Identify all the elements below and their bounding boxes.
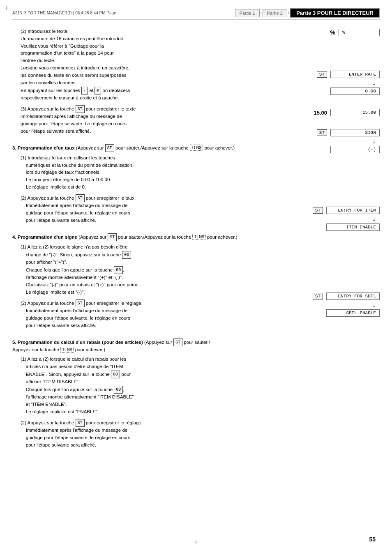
entry-for-sbtl-display: ENTRY FOR SBTL bbox=[326, 292, 380, 300]
tab-partie2[interactable]: Partie 2 bbox=[263, 9, 287, 17]
st-display-key-3: ST bbox=[313, 207, 323, 214]
enter-rate-arrow: ↓ bbox=[285, 79, 380, 87]
tlns-key-s4: TLN$ bbox=[192, 234, 205, 240]
st-key-1: ST bbox=[76, 105, 85, 113]
enter-rate-value: 0.00 bbox=[330, 88, 380, 95]
st-key-s4s2: ST bbox=[76, 299, 85, 308]
00-key-s4: 00 bbox=[122, 251, 131, 259]
section4-step2: (2) Appuyez sur la touche ST pour enregi… bbox=[21, 299, 281, 329]
sign-value: (-) bbox=[330, 146, 380, 153]
tab-arrow-2: › bbox=[288, 11, 289, 15]
st-key-s4: ST bbox=[108, 233, 117, 241]
item-enable-row: ITEM ENABLE bbox=[285, 223, 380, 231]
step-number: (2) Introduisez le texte. bbox=[21, 29, 69, 34]
00-key-s4b: 00 bbox=[114, 266, 123, 274]
enter-rate-row: ST ENTER RATE bbox=[317, 71, 380, 78]
intro-step2: (2) Introduisez le texte. Un maximum de … bbox=[21, 28, 281, 102]
intro-step3: (3) Appuyez sur la touche ST pour enregi… bbox=[21, 105, 281, 135]
st-key-s5s2: ST bbox=[76, 419, 85, 427]
section5-step2: (2) Appuyez sur la touche ST pour enregi… bbox=[21, 419, 281, 449]
enter-rate-value-row: 0.00 bbox=[285, 88, 380, 95]
crosshair-bc: + bbox=[194, 538, 198, 547]
page-number: 55 bbox=[369, 536, 376, 543]
tlns-key-s3: TLN$ bbox=[190, 145, 203, 151]
item-enable-arrow: ↓ bbox=[285, 215, 380, 223]
section3-step2: (2) Appuyez sur la touche ST pour enregi… bbox=[21, 194, 281, 224]
left-column: (2) Introduisez le texte. Un maximum de … bbox=[12, 28, 281, 452]
item-enable-display: ITEM ENABLE bbox=[326, 223, 380, 231]
st-display-key-2: ST bbox=[317, 129, 327, 136]
file-info: A213_3 FOR THE MANAGER(Fr) 06.4.28 8:44 … bbox=[12, 11, 116, 15]
section5-step1: (1) Allez à (2) lorsque le calcul d'un r… bbox=[21, 356, 281, 416]
st-key-s3s2: ST bbox=[76, 194, 85, 203]
crosshair-tl: + bbox=[4, 4, 9, 13]
percent-display-row: % % bbox=[330, 29, 380, 36]
00-key-s5: 00 bbox=[111, 371, 120, 379]
entry-for-item-display: ENTRY FOR ITEM bbox=[326, 207, 380, 214]
right-column: % % ST ENTER RATE ↓ 0.00 15.00 15.00 bbox=[285, 28, 380, 452]
percent-input-display: % bbox=[339, 29, 380, 36]
entry-for-sbtl-row: ST ENTRY FOR SBTL bbox=[313, 292, 380, 300]
rate-value-row: 15.00 15.00 bbox=[314, 109, 380, 116]
section4-title: 4. Programmation d'un signe (Appuyez sur… bbox=[12, 233, 281, 241]
enter-rate-display: ENTER RATE bbox=[330, 71, 380, 78]
tab-arrow-1: › bbox=[261, 11, 262, 15]
header-tabs: Partie 1 › Partie 2 › Partie 3 POUR LE D… bbox=[235, 8, 380, 18]
cross-key: ⊗ bbox=[95, 87, 101, 95]
sbtl-enable-row: SBTL ENABLE bbox=[285, 309, 380, 317]
page: + + A213_3 FOR THE MANAGER(Fr) 06.4.28 8… bbox=[0, 0, 392, 555]
tab-partie1[interactable]: Partie 1 bbox=[235, 9, 260, 17]
section3-title: 3. Programmation d'un taux (Appuyez sur … bbox=[12, 144, 281, 152]
sign-arrow: ↓ bbox=[285, 138, 380, 145]
entry-for-item-row: ST ENTRY FOR ITEM bbox=[313, 207, 380, 214]
tab-partie3[interactable]: Partie 3 POUR LE DIRECTEUR bbox=[290, 8, 380, 18]
sign-value-row: (-) bbox=[285, 146, 380, 153]
sign-row: ST SIGN bbox=[317, 129, 380, 136]
sbtl-enable-arrow: ↓ bbox=[285, 301, 380, 309]
section4-step1: (1) Allez à (2) lorsque le signe n'a pas… bbox=[21, 244, 281, 296]
00-key-s5b: 00 bbox=[114, 386, 123, 394]
tlns-key-s5: TLN$ bbox=[60, 347, 74, 353]
page-header: A213_3 FOR THE MANAGER(Fr) 06.4.28 8:44 … bbox=[12, 8, 380, 20]
st-key-s5: ST bbox=[173, 339, 182, 346]
st-display-key-1: ST bbox=[317, 71, 327, 78]
sign-display: SIGN bbox=[330, 129, 380, 136]
dot-key: · bbox=[81, 87, 88, 95]
section3-step1: (1) Introduisez le taux en utilisant les… bbox=[21, 154, 281, 191]
section5-title: 5. Programmation du calcul d'un rabais (… bbox=[12, 339, 281, 353]
st-key-s3: ST bbox=[105, 144, 114, 152]
rate-value-label: 15.00 bbox=[314, 110, 327, 116]
rate-value-display: 15.00 bbox=[330, 109, 380, 116]
sbtl-enable-display: SBTL ENABLE bbox=[326, 309, 380, 317]
percent-symbol: % bbox=[330, 29, 335, 36]
st-display-key-4: ST bbox=[313, 293, 323, 299]
